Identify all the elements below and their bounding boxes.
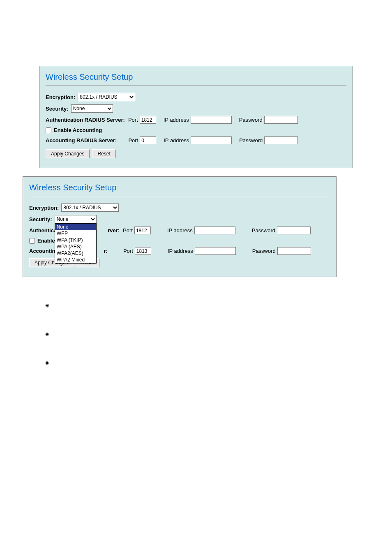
security-option-wep[interactable]: WEP	[55, 230, 96, 237]
radio-item-1[interactable]: ◉	[45, 302, 392, 308]
reset-button[interactable]: Reset	[92, 149, 115, 158]
security-option-none[interactable]: None	[55, 224, 96, 230]
port-label: Port	[128, 137, 138, 143]
enable-accounting-label-partial: Enable	[37, 238, 55, 244]
encryption-label: Encryption:	[46, 94, 75, 100]
security-label: Security:	[29, 216, 52, 222]
security-select[interactable]: None	[55, 215, 97, 223]
enable-accounting-checkbox[interactable]	[46, 127, 51, 133]
security-panel-1: Wireless Security Setup Encryption: 802.…	[39, 66, 353, 168]
port-label: Port	[128, 117, 138, 123]
panel-title: Wireless Security Setup	[29, 181, 330, 196]
auth-port-input[interactable]	[140, 116, 156, 124]
radio-item-2[interactable]: ◉	[45, 331, 392, 337]
encryption-select[interactable]: 802.1x / RADIUS	[61, 204, 119, 212]
password-label: Password	[252, 227, 275, 234]
password-label: Password	[239, 117, 263, 123]
acct-radius-label-suffix: r:	[104, 248, 108, 254]
acct-radius-label-partial: Accountin	[29, 248, 55, 254]
auth-password-input[interactable]	[264, 116, 298, 124]
radio-dot-icon: ◉	[45, 303, 49, 308]
ip-label: IP address	[168, 248, 193, 254]
auth-port-input[interactable]	[134, 227, 151, 234]
password-label: Password	[252, 248, 276, 254]
ip-label: IP address	[164, 117, 189, 123]
acct-ip-input[interactable]	[191, 136, 232, 144]
acct-port-input[interactable]	[135, 247, 151, 255]
enable-accounting-checkbox[interactable]	[29, 238, 35, 244]
ip-label: IP address	[164, 137, 189, 143]
apply-changes-button[interactable]: Apply Changes	[46, 149, 90, 158]
acct-radius-label: Accounting RADIUS Server:	[46, 137, 117, 143]
auth-ip-input[interactable]	[191, 116, 232, 124]
security-option-wpa-aes[interactable]: WPA (AES)	[55, 243, 96, 250]
acct-password-input[interactable]	[277, 247, 311, 255]
security-label: Security:	[46, 106, 69, 112]
port-label: Port	[123, 227, 133, 234]
security-option-wpa-tkip[interactable]: WPA (TKIP)	[55, 237, 96, 243]
encryption-select[interactable]: 802.1x / RADIUS	[78, 93, 135, 101]
security-dropdown-list[interactable]: None WEP WPA (TKIP) WPA (AES) WPA2(AES) …	[55, 223, 97, 264]
password-label: Password	[239, 137, 263, 143]
auth-radius-label-partial: Authentica	[29, 227, 57, 234]
security-panel-2: Wireless Security Setup Encryption: 802.…	[23, 177, 336, 277]
auth-radius-label: Authentication RADIUS Server:	[46, 117, 125, 123]
auth-radius-label-suffix: rver:	[108, 227, 120, 234]
acct-password-input[interactable]	[264, 136, 298, 144]
security-option-wpa2-aes[interactable]: WPA2(AES)	[55, 250, 96, 257]
panel-title: Wireless Security Setup	[46, 70, 346, 86]
acct-port-input[interactable]	[140, 136, 156, 144]
encryption-label: Encryption:	[29, 205, 59, 211]
auth-password-input[interactable]	[277, 227, 311, 234]
security-option-wpa2-mixed[interactable]: WPA2 Mixed	[55, 257, 96, 263]
acct-ip-input[interactable]	[195, 247, 236, 255]
security-select[interactable]: None	[71, 104, 113, 113]
radio-dot-icon: ◉	[45, 331, 49, 337]
radio-dot-icon: ◉	[45, 360, 49, 365]
radio-item-3[interactable]: ◉	[45, 359, 392, 365]
port-label: Port	[123, 248, 133, 254]
ip-label: IP address	[167, 227, 193, 234]
radio-group: ◉ ◉ ◉	[45, 302, 392, 365]
enable-accounting-label: Enable Accounting	[54, 127, 102, 133]
auth-ip-input[interactable]	[194, 227, 235, 234]
